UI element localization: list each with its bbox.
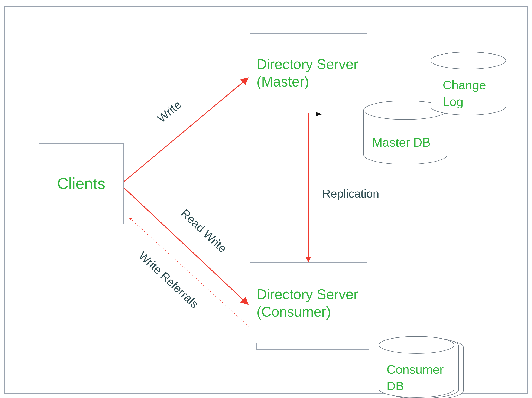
diagram-frame: Clients Directory Server (Master) Direct… [4, 6, 528, 394]
edge-replication-label: Replication [322, 187, 379, 200]
arrows-layer [5, 7, 528, 394]
edge-write-referrals [129, 218, 249, 326]
edge-write [124, 78, 248, 182]
pointer-to-master-db [316, 112, 322, 116]
diagram-canvas: Clients Directory Server (Master) Direct… [0, 0, 532, 398]
